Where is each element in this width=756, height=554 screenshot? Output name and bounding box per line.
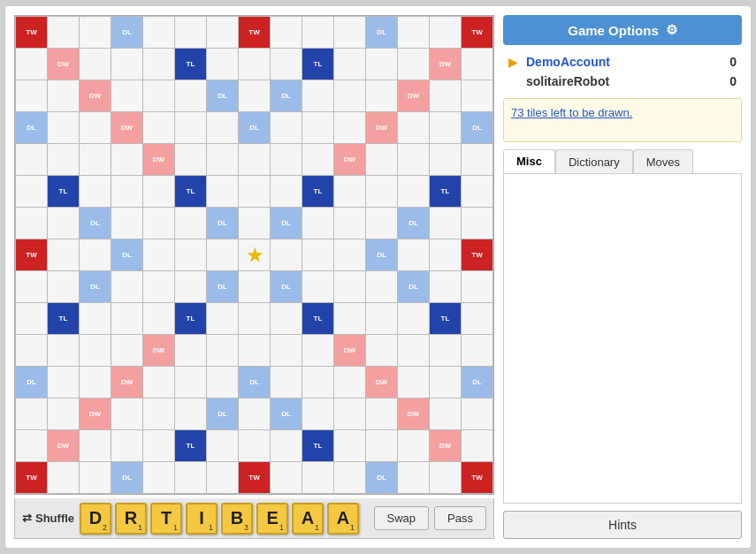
cell-14-3[interactable]: DL [111,462,143,494]
cell-0-13[interactable] [430,17,462,49]
rack-tile-3[interactable]: I1 [186,503,218,535]
cell-11-8[interactable] [271,367,302,398]
cell-3-11[interactable]: DW [366,112,398,144]
cell-8-12[interactable]: DL [398,271,430,303]
cell-11-3[interactable]: DW [111,367,143,398]
cell-7-2[interactable] [80,239,111,271]
cell-9-4[interactable] [143,303,175,335]
cell-0-14[interactable]: TW [462,17,493,49]
cell-13-2[interactable] [80,430,111,462]
cell-13-6[interactable] [207,430,239,462]
cell-8-7[interactable] [239,271,271,303]
cell-1-1[interactable]: DW [48,49,80,80]
cell-3-0[interactable]: DL [16,112,48,144]
cell-12-8[interactable]: DL [271,398,302,430]
shuffle-button[interactable]: ⇄ Shuffle [22,512,74,525]
cell-13-10[interactable] [334,430,366,462]
cell-4-10[interactable]: DW [334,144,366,176]
cell-10-9[interactable] [302,335,334,367]
cell-12-0[interactable] [16,398,48,430]
cell-10-4[interactable]: DW [143,335,175,367]
cell-4-14[interactable] [462,144,493,176]
cell-8-2[interactable]: DL [80,271,111,303]
cell-9-0[interactable] [16,303,48,335]
cell-14-13[interactable] [430,462,462,494]
cell-1-8[interactable] [271,49,302,80]
cell-7-0[interactable]: TW [16,239,48,271]
cell-12-3[interactable] [111,398,143,430]
cell-0-2[interactable] [80,17,111,49]
cell-10-3[interactable] [111,335,143,367]
cell-0-1[interactable] [48,17,80,49]
cell-10-0[interactable] [16,335,48,367]
cell-14-2[interactable] [80,462,111,494]
cell-1-5[interactable]: TL [175,49,207,80]
cell-3-12[interactable] [398,112,430,144]
cell-6-14[interactable] [462,208,493,239]
cell-1-11[interactable] [366,49,398,80]
cell-0-3[interactable]: DL [111,17,143,49]
cell-8-4[interactable] [143,271,175,303]
cell-9-6[interactable] [207,303,239,335]
tab-moves[interactable]: Moves [633,149,693,173]
cell-4-7[interactable] [239,144,271,176]
cell-7-1[interactable] [48,239,80,271]
cell-10-11[interactable] [366,335,398,367]
cell-3-7[interactable]: DL [239,112,271,144]
cell-1-7[interactable] [239,49,271,80]
cell-14-10[interactable] [334,462,366,494]
cell-2-1[interactable] [48,80,80,112]
cell-14-8[interactable] [271,462,302,494]
cell-14-5[interactable] [175,462,207,494]
cell-9-1[interactable]: TL [48,303,80,335]
game-options-button[interactable]: Game Options ⚙ [503,15,742,45]
cell-5-5[interactable]: TL [175,176,207,208]
cell-5-8[interactable] [271,176,302,208]
cell-1-0[interactable] [16,49,48,80]
cell-1-12[interactable] [398,49,430,80]
pass-button[interactable]: Pass [434,506,486,530]
cell-5-14[interactable] [462,176,493,208]
cell-7-5[interactable] [175,239,207,271]
cell-4-8[interactable] [271,144,302,176]
cell-6-1[interactable] [48,208,80,239]
rack-tile-5[interactable]: E1 [256,503,288,535]
cell-14-4[interactable] [143,462,175,494]
cell-3-3[interactable]: DW [111,112,143,144]
rack-tile-6[interactable]: A1 [292,503,324,535]
cell-10-1[interactable] [48,335,80,367]
cell-11-0[interactable]: DL [16,367,48,398]
cell-0-4[interactable] [143,17,175,49]
cell-8-9[interactable] [302,271,334,303]
cell-12-1[interactable] [48,398,80,430]
cell-3-14[interactable]: DL [462,112,493,144]
cell-12-13[interactable] [430,398,462,430]
cell-10-13[interactable] [430,335,462,367]
cell-11-12[interactable] [398,367,430,398]
cell-2-13[interactable] [430,80,462,112]
cell-2-8[interactable]: DL [271,80,302,112]
cell-8-6[interactable]: DL [207,271,239,303]
cell-12-2[interactable]: DW [80,398,111,430]
cell-9-7[interactable] [239,303,271,335]
cell-11-13[interactable] [430,367,462,398]
cell-5-9[interactable]: TL [302,176,334,208]
cell-9-12[interactable] [398,303,430,335]
cell-11-14[interactable]: DL [462,367,493,398]
cell-4-4[interactable]: DW [143,144,175,176]
cell-6-9[interactable] [302,208,334,239]
cell-5-0[interactable] [16,176,48,208]
cell-10-6[interactable] [207,335,239,367]
cell-8-1[interactable] [48,271,80,303]
cell-2-10[interactable] [334,80,366,112]
cell-9-10[interactable] [334,303,366,335]
cell-1-3[interactable] [111,49,143,80]
cell-13-5[interactable]: TL [175,430,207,462]
cell-0-0[interactable]: TW [16,17,48,49]
cell-2-3[interactable] [111,80,143,112]
cell-13-14[interactable] [462,430,493,462]
cell-7-10[interactable] [334,239,366,271]
cell-6-0[interactable] [16,208,48,239]
cell-1-4[interactable] [143,49,175,80]
cell-7-4[interactable] [143,239,175,271]
